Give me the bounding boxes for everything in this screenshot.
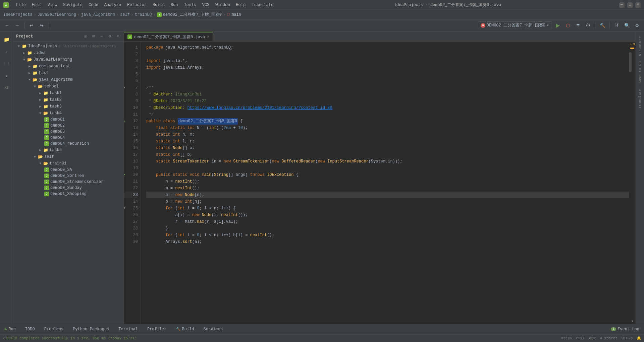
menu-tools[interactable]: Tools — [181, 2, 199, 8]
tree-demo01[interactable]: J demo01 — [13, 117, 124, 123]
fold-indicator-25[interactable]: ▼ — [124, 205, 125, 212]
profile-button[interactable]: ⏱ — [584, 21, 592, 30]
bottom-profiler-tab[interactable]: Profiler — [145, 326, 169, 332]
forward-button[interactable]: → — [13, 21, 21, 30]
translate-button[interactable]: 译 — [612, 21, 621, 30]
scroll-thumb[interactable] — [629, 52, 632, 72]
menu-help[interactable]: Help — [233, 2, 248, 8]
fold-indicator-7[interactable]: ▼ — [124, 84, 125, 91]
mybatis-icon[interactable]: MB — [1, 82, 12, 93]
menu-file[interactable]: File — [13, 2, 29, 8]
tree-javaselflearning[interactable]: ▼ 📂 JavaSelfLearning — [13, 56, 124, 63]
breadcrumb-self[interactable]: self — [120, 12, 130, 17]
bottom-problems-tab[interactable]: Problems — [42, 326, 66, 332]
menu-build[interactable]: Build — [150, 2, 167, 8]
panel-dots-icon[interactable]: ⋯ — [98, 33, 105, 40]
bottom-python-tab[interactable]: Python Packages — [71, 326, 111, 332]
tree-demo00sa[interactable]: J demo00_SA — [13, 167, 124, 173]
tree-task2[interactable]: ▶ 📁 task2 — [13, 96, 124, 103]
menu-translate[interactable]: Translate — [249, 2, 276, 8]
tree-demo04recursion[interactable]: J demo04_recursion — [13, 141, 124, 147]
tree-demo00sorttem[interactable]: J demo00_SortTen — [13, 173, 124, 179]
charset-label[interactable]: UTF-8 — [622, 336, 633, 340]
panel-gear-icon[interactable]: ⚙ — [106, 33, 113, 40]
menu-navigate[interactable]: Navigate — [60, 2, 85, 8]
editor-tab-active[interactable]: J demo02_二分答案7_卡牌_国赛0.java × — [124, 32, 213, 41]
settings-button[interactable]: ⚙ — [633, 21, 641, 30]
run-gutter-12[interactable]: ▶ — [124, 118, 125, 125]
build-button[interactable]: 🔨 — [598, 21, 607, 30]
tree-demo02[interactable]: J demo02 — [13, 123, 124, 129]
breadcrumb-ideaprojects[interactable]: IdeaProjects — [3, 12, 32, 17]
minimize-button[interactable]: ─ — [619, 2, 625, 8]
tree-demo01shopping[interactable]: J demo01_Shopping — [13, 191, 124, 197]
debug-button[interactable]: ⬡ — [564, 21, 572, 30]
tree-demo04[interactable]: J demo04 — [13, 135, 124, 141]
cursor-position[interactable]: 23:25 — [561, 336, 572, 340]
bottom-todo-tab[interactable]: TODO — [23, 326, 37, 332]
tree-fast[interactable]: ▶ 📁 Fast — [13, 70, 124, 76]
menu-refactor[interactable]: Refactor — [124, 2, 149, 8]
tree-root[interactable]: ▼ 📁 IdeaProjects C:\Users\asus\IdeaProje… — [13, 43, 124, 50]
tree-task5[interactable]: ▶ 📁 task5 — [13, 147, 124, 153]
tree-demo00streamtokenizer[interactable]: J demo00_StreamTokenizer — [13, 179, 124, 185]
tree-self[interactable]: ▼ 📂 self — [13, 153, 124, 160]
line-ending[interactable]: CRLF — [576, 336, 585, 340]
breadcrumb-filename[interactable]: demo02_二分答案7_卡牌_国赛0 — [163, 12, 222, 17]
redo-button[interactable]: ↪ — [37, 21, 46, 30]
code-content[interactable]: package java_Algorithm.self.trainLQ; imp… — [141, 42, 629, 324]
tree-task1[interactable]: ▶ 📁 task1 — [13, 90, 124, 96]
tree-comsasutest[interactable]: ▶ 📁 com.sasu.test — [13, 63, 124, 70]
tab-bar: J demo02_二分答案7_卡牌_国赛0.java × — [124, 31, 636, 42]
tree-school[interactable]: ▼ 📂 school — [13, 83, 124, 90]
structure-icon[interactable]: ⋮⋮ — [1, 58, 12, 69]
tree-demo03[interactable]: J demo03 — [13, 129, 124, 135]
notifications-icon[interactable]: 🔔 — [637, 336, 641, 340]
tab-close-icon[interactable]: × — [207, 35, 209, 39]
panel-collapse-icon[interactable]: ⊟ — [90, 33, 97, 40]
breadcrumb-java-algorithm[interactable]: java_Algorithm — [81, 12, 115, 17]
breadcrumb-main[interactable]: main — [231, 12, 241, 17]
tree-task3[interactable]: ▶ 📁 task3 — [13, 103, 124, 110]
menu-view[interactable]: View — [45, 2, 60, 8]
translate-tab[interactable]: Translate — [637, 87, 643, 111]
menu-run[interactable]: Run — [168, 2, 181, 8]
indentation[interactable]: 4 spaces — [600, 336, 618, 340]
tree-demo00sunday[interactable]: J demo00_Sunday — [13, 185, 124, 191]
tree-idea[interactable]: ▶ 📁 .idea — [13, 50, 124, 56]
back-button[interactable]: ← — [3, 21, 11, 30]
panel-close-icon[interactable]: × — [114, 33, 121, 40]
breadcrumb-javaselflearning[interactable]: JavaSelfLearning — [38, 12, 76, 17]
run-gutter-20[interactable]: ▶ — [124, 172, 125, 178]
menu-code[interactable]: Code — [86, 2, 101, 8]
saveasdb-tab[interactable]: Save to DB — [637, 59, 643, 85]
bottom-terminal-tab[interactable]: Terminal — [116, 326, 140, 332]
event-log-tab[interactable]: 1 Event Log — [609, 326, 641, 332]
bottom-services-tab[interactable]: Services — [202, 326, 225, 332]
tree-train01[interactable]: ▼ 📂 train01 — [13, 160, 124, 167]
editor-scrollbar[interactable] — [629, 49, 636, 320]
bottom-run-tab[interactable]: ▶ Run — [3, 326, 18, 332]
undo-button[interactable]: ↩ — [27, 21, 36, 30]
favorites-icon[interactable]: ★ — [1, 70, 12, 81]
run-config-selector[interactable]: M DEMO02_二分答案7_卡牌_国赛0 ▾ — [478, 21, 552, 29]
structure-tab[interactable]: Structure — [637, 34, 643, 58]
project-view-icon[interactable]: 📁 — [1, 34, 12, 45]
bottom-build-tab[interactable]: 🔨 Build — [174, 326, 196, 332]
commit-icon[interactable]: ✓ — [1, 46, 12, 57]
encoding[interactable]: GBK — [589, 336, 596, 340]
tree-java-algorithm[interactable]: ▼ 📂 java_Algorithm — [13, 76, 124, 83]
run-button[interactable]: ▶ — [553, 21, 562, 30]
menu-edit[interactable]: Edit — [29, 2, 44, 8]
panel-locate-icon[interactable]: ◎ — [82, 33, 89, 40]
tree-task4[interactable]: ▼ 📂 task4 — [13, 110, 124, 117]
breadcrumb-trainlq[interactable]: trainLQ — [135, 12, 152, 17]
close-button[interactable]: × — [635, 2, 641, 8]
menu-analyze[interactable]: Analyze — [102, 2, 124, 8]
menu-vcs[interactable]: VCS — [200, 2, 212, 8]
menu-window[interactable]: Window — [213, 2, 232, 8]
maximize-button[interactable]: □ — [627, 2, 633, 8]
coverage-button[interactable]: ☂ — [574, 21, 582, 30]
code-editor: 1 2 3 4 5 6 ▼ 7 8 9 10 11 ▶ 12 13 14 — [124, 42, 636, 324]
search-button[interactable]: 🔍 — [623, 21, 631, 30]
